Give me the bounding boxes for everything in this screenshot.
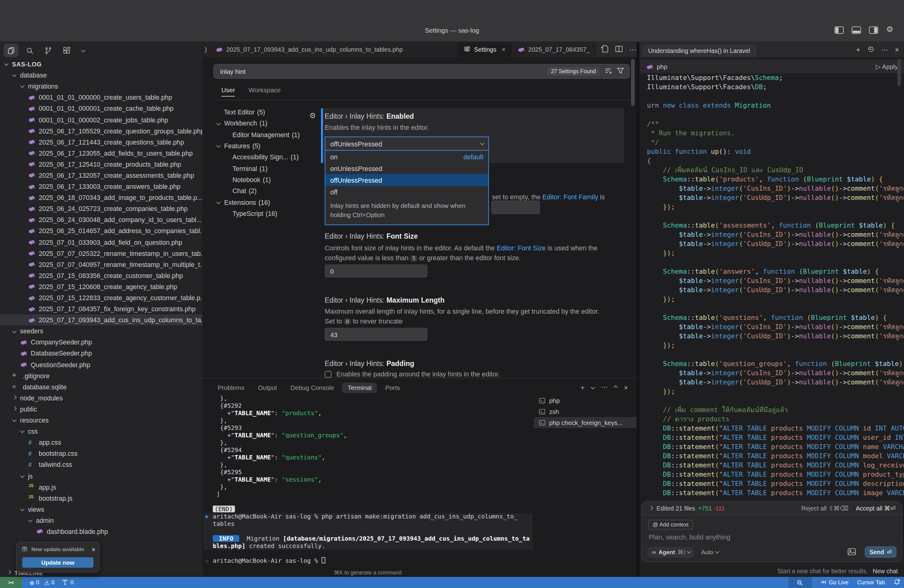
maximize-panel-icon[interactable]	[614, 386, 618, 390]
tree-file-database.sqlite[interactable]: ≡database.sqlite	[0, 381, 203, 392]
tab-user-settings[interactable]: User	[221, 86, 235, 96]
chat-input-placeholder[interactable]: Plan, search, build anything	[649, 533, 902, 541]
settings-nav-Editor Management[interactable]: Editor Management(1)	[213, 129, 319, 140]
tree-file-0001_01_01_000000_create_users_table.php[interactable]: 0001_01_01_000000_create_users_table.php	[0, 92, 203, 103]
chat-tab[interactable]: Understanding whereHas() in Laravel	[642, 44, 756, 57]
add-context-chip[interactable]: @ Add context	[648, 520, 693, 530]
panel-tab-Output[interactable]: Output	[253, 382, 283, 393]
tree-folder-views[interactable]: views	[0, 504, 203, 515]
filter-icon[interactable]	[617, 66, 624, 77]
clear-filter-icon[interactable]	[605, 66, 612, 77]
new-chat-link[interactable]: New chat	[872, 568, 898, 574]
tree-folder-css[interactable]: css	[0, 426, 203, 437]
close-icon[interactable]: ×	[895, 46, 899, 54]
tree-file-2025_07_07_040957_rename_timestamp_in_multiple_t...[interactable]: 2025_07_07_040957_rename_timestamp_in_mu…	[0, 259, 203, 270]
apply-button[interactable]: ▷ Apply	[876, 63, 898, 70]
panel-tab-Debug Console[interactable]: Debug Console	[285, 382, 340, 393]
model-selector[interactable]: Auto	[702, 548, 719, 555]
scrollbar-thumb[interactable]	[897, 59, 901, 86]
tree-file-2025_06_18_070343_add_image_to_products_table.p...[interactable]: 2025_06_18_070343_add_image_to_products_…	[0, 192, 203, 203]
more-actions-icon[interactable]: ⋯	[601, 383, 608, 391]
terminal-session-zsh[interactable]: zsh	[534, 406, 637, 417]
settings-search-input[interactable]	[214, 68, 547, 75]
settings-nav-TypeScript[interactable]: TypeScript(16)	[213, 207, 319, 219]
tree-folder-database[interactable]: database	[0, 70, 203, 81]
tree-file-DatabaseSeeder.php[interactable]: DatabaseSeeder.php	[0, 348, 203, 359]
tree-file-.gitignore[interactable]: ◆.gitignore	[0, 370, 203, 381]
more-actions-icon[interactable]: ⋯	[629, 45, 637, 54]
scrollbar-thumb[interactable]	[631, 59, 635, 106]
source-control-icon[interactable]	[41, 44, 55, 57]
problems-status[interactable]: ⊗0 ⚠0	[30, 579, 54, 586]
toggle-bottom-panel-icon[interactable]	[852, 27, 861, 35]
new-chat-icon[interactable]: +	[856, 46, 860, 54]
tree-file-2025_07_17_084357_fix_foreign_key_constraints.php[interactable]: 2025_07_17_084357_fix_foreign_key_constr…	[0, 303, 203, 314]
tree-file-app.js[interactable]: JSapp.js	[0, 481, 203, 492]
settings-nav-Workbench[interactable]: Workbench(1)	[213, 118, 319, 129]
settings-gear-icon[interactable]: ⚙	[886, 25, 896, 33]
maximum-length-input[interactable]	[325, 328, 427, 341]
settings-nav-Text Editor[interactable]: Text Editor(5)	[213, 106, 319, 118]
split-editor-icon[interactable]	[615, 44, 623, 55]
tree-folder-js[interactable]: js	[0, 470, 203, 481]
send-button[interactable]: Send⏎	[864, 546, 897, 558]
new-terminal-icon[interactable]: +	[580, 384, 585, 391]
tree-file-app.css[interactable]: #app.css	[0, 437, 203, 448]
settings-nav-Extensions[interactable]: Extensions(16)	[213, 196, 319, 208]
extensions-icon[interactable]	[59, 44, 74, 57]
tree-file-0001_01_01_000001_create_cache_table.php[interactable]: 0001_01_01_000001_create_cache_table.php	[0, 103, 203, 114]
chevron-right-icon[interactable]	[649, 506, 653, 510]
toggle-left-sidebar-icon[interactable]	[834, 27, 844, 35]
settings-nav-Notebook[interactable]: Notebook(1)	[213, 174, 319, 185]
chevron-down-icon[interactable]	[591, 385, 595, 389]
zoom-icon[interactable]	[788, 577, 811, 588]
close-icon[interactable]: ×	[92, 546, 95, 553]
terminal-session-php[interactable]: php	[534, 395, 637, 406]
tree-file-2025_06_17_132057_create_assessments_table.php[interactable]: 2025_06_17_132057_create_assessments_tab…	[0, 170, 203, 181]
tree-file-bootstrap.js[interactable]: JSbootstrap.js	[0, 492, 203, 503]
tree-folder-seeders[interactable]: seeders	[0, 326, 203, 337]
accept-all-button[interactable]: Accept all ⌘⏎	[856, 505, 895, 512]
setting-gear-icon[interactable]: ⚙	[309, 111, 316, 120]
tree-file-2025_06_17_105529_create_question_groups_table.php[interactable]: 2025_06_17_105529_create_question_groups…	[0, 125, 203, 136]
dropdown-option-off[interactable]: off	[325, 186, 488, 198]
image-icon[interactable]	[847, 547, 856, 558]
tree-folder-SAS-LOG[interactable]: SAS-LOG	[0, 58, 203, 70]
tab-settings[interactable]: Settings ×	[458, 42, 512, 57]
close-panel-icon[interactable]: ×	[624, 384, 628, 391]
tree-file-2025_07_15_122833_create_agency_customer_table.p...[interactable]: 2025_07_15_122833_create_agency_customer…	[0, 292, 203, 303]
agent-mode-chip[interactable]: ∞Agent ⌘I	[647, 547, 695, 558]
tree-file-QuestionSeeder.php[interactable]: QuestionSeeder.php	[0, 359, 203, 370]
tree-file-2025_06_17_121443_create_questions_table.php[interactable]: 2025_06_17_121443_create_questions_table…	[0, 136, 203, 147]
panel-tab-Terminal[interactable]: Terminal	[342, 382, 377, 393]
notifications-bell-icon[interactable]	[893, 579, 900, 586]
font-size-input[interactable]	[325, 264, 427, 277]
tree-file-2025_07_17_093943_add_cus_ins_udp_columns_to_ta...[interactable]: 2025_07_17_093943_add_cus_ins_udp_column…	[0, 314, 203, 326]
panel-tab-Ports[interactable]: Ports	[380, 382, 406, 393]
font-family-input[interactable]	[492, 201, 540, 214]
tab-workspace-settings[interactable]: Workspace	[248, 86, 281, 96]
go-live-button[interactable]: Go Live	[820, 579, 848, 586]
update-now-button[interactable]: Update now	[22, 557, 93, 568]
tree-folder-public[interactable]: public	[0, 403, 203, 414]
tree-file-CompanySeeder.php[interactable]: CompanySeeder.php	[0, 337, 203, 348]
panel-tab-Problems[interactable]: Problems	[212, 382, 250, 393]
tree-folder-migrations[interactable]: migrations	[0, 81, 203, 92]
settings-nav-Chat[interactable]: Chat(2)	[213, 185, 319, 196]
tree-file-2025_07_15_083356_create_customer_table.php[interactable]: 2025_07_15_083356_create_customer_table.…	[0, 270, 203, 281]
remote-indicator[interactable]: ><	[0, 577, 22, 588]
tab-migration-084357[interactable]: 2025_07_17_084357_	[512, 42, 596, 57]
tree-file-2025_06_24_025723_create_companies_table.php[interactable]: 2025_06_24_025723_create_companies_table…	[0, 203, 203, 214]
ports-status[interactable]: 0	[62, 579, 73, 586]
close-icon[interactable]: ×	[502, 46, 506, 53]
explorer-icon[interactable]	[4, 44, 19, 57]
tree-file-2025_06_17_123055_add_fields_to_users_table.php[interactable]: 2025_06_17_123055_add_fields_to_users_ta…	[0, 148, 203, 159]
settings-nav-Features[interactable]: Features(5)	[213, 140, 319, 152]
edited-files-label[interactable]: Edited 21 files	[656, 505, 695, 512]
tree-file-2025_06_24_030048_add_company_id_to_users_tabl...[interactable]: 2025_06_24_030048_add_company_id_to_user…	[0, 214, 203, 225]
dropdown-option-offUnlessPressed[interactable]: offUnlessPressed	[325, 174, 488, 186]
tree-file-2025_07_15_120608_create_agency_table.php[interactable]: 2025_07_15_120608_create_agency_table.ph…	[0, 281, 203, 292]
tree-file-2025_06_17_133003_create_answers_table.php[interactable]: 2025_06_17_133003_create_answers_table.p…	[0, 181, 203, 192]
cursor-tab-status[interactable]: Cursor Tab	[857, 579, 885, 586]
history-icon[interactable]	[867, 46, 874, 54]
